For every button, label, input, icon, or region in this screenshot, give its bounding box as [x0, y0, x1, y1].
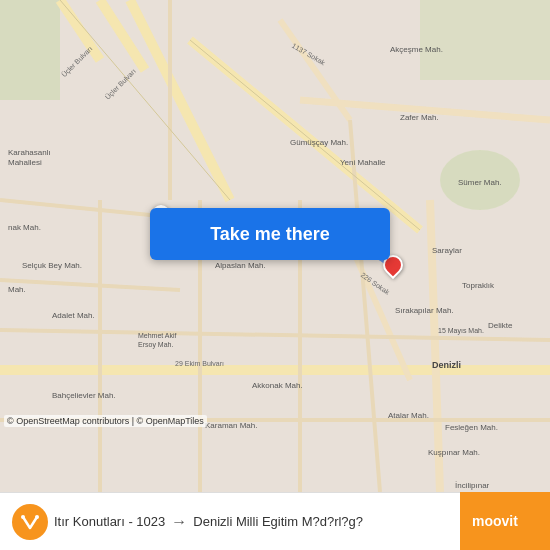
svg-text:moovit: moovit: [472, 513, 518, 529]
svg-text:Akkonak Mah.: Akkonak Mah.: [252, 381, 303, 390]
svg-text:Bahçelievler Mah.: Bahçelievler Mah.: [52, 391, 116, 400]
take-me-there-button[interactable]: Take me there: [150, 208, 390, 260]
moovit-logo: moovit: [460, 492, 550, 550]
map-attribution: © OpenStreetMap contributors | © OpenMap…: [4, 415, 207, 427]
svg-text:Saraylar: Saraylar: [432, 246, 462, 255]
svg-text:Ersoy Mah.: Ersoy Mah.: [138, 341, 173, 349]
moovit-icon: [19, 511, 41, 533]
svg-text:Alpaslan Mah.: Alpaslan Mah.: [215, 261, 266, 270]
svg-text:nak Mah.: nak Mah.: [8, 223, 41, 232]
route-arrow: →: [171, 513, 187, 531]
route-to: Denizli Milli Egitim M?d?rl?g?: [193, 514, 363, 529]
svg-text:Mahallesi: Mahallesi: [8, 158, 42, 167]
app: Karahasanlı Mahallesi Üçler Bulvarı Üçle…: [0, 0, 550, 550]
svg-point-56: [21, 515, 25, 519]
route-from: Itır Konutları - 1023: [54, 514, 165, 529]
svg-text:Gümüşçay Mah.: Gümüşçay Mah.: [290, 138, 348, 147]
svg-rect-2: [420, 0, 550, 80]
map-container: Karahasanlı Mahallesi Üçler Bulvarı Üçle…: [0, 0, 550, 492]
svg-rect-1: [0, 0, 60, 100]
svg-text:Topraklık: Topraklık: [462, 281, 495, 290]
bottom-bar: Itır Konutları - 1023 → Denizli Milli Eg…: [0, 492, 550, 550]
take-me-there-label: Take me there: [210, 224, 330, 245]
svg-text:Adalet Mah.: Adalet Mah.: [52, 311, 95, 320]
svg-text:Zafer Mah.: Zafer Mah.: [400, 113, 439, 122]
svg-text:Denizli: Denizli: [432, 360, 461, 370]
svg-text:Mah.: Mah.: [8, 285, 26, 294]
svg-text:Karaman Mah.: Karaman Mah.: [205, 421, 257, 430]
svg-text:Kuşpınar Mah.: Kuşpınar Mah.: [428, 448, 480, 457]
svg-text:Delikte: Delikte: [488, 321, 513, 330]
svg-text:Atalar Mah.: Atalar Mah.: [388, 411, 429, 420]
svg-text:Mehmet Akif: Mehmet Akif: [138, 332, 177, 339]
svg-text:İncilipınar: İncilipınar: [455, 481, 490, 490]
svg-text:Selçuk Bey Mah.: Selçuk Bey Mah.: [22, 261, 82, 270]
svg-point-57: [35, 515, 39, 519]
svg-text:Akçeşme Mah.: Akçeşme Mah.: [390, 45, 443, 54]
moovit-text-logo: moovit: [470, 510, 540, 532]
svg-text:Sırakapılar Mah.: Sırakapılar Mah.: [395, 306, 454, 315]
svg-text:Fesleğen Mah.: Fesleğen Mah.: [445, 423, 498, 432]
svg-text:Karahasanlı: Karahasanlı: [8, 148, 51, 157]
svg-text:15 Mayıs Mah.: 15 Mayıs Mah.: [438, 327, 484, 335]
svg-text:Sümer Mah.: Sümer Mah.: [458, 178, 502, 187]
svg-text:Yeni Mahalle: Yeni Mahalle: [340, 158, 386, 167]
moovit-logo-circle: [12, 504, 48, 540]
svg-text:29 Ekim Bulvarı: 29 Ekim Bulvarı: [175, 360, 224, 367]
